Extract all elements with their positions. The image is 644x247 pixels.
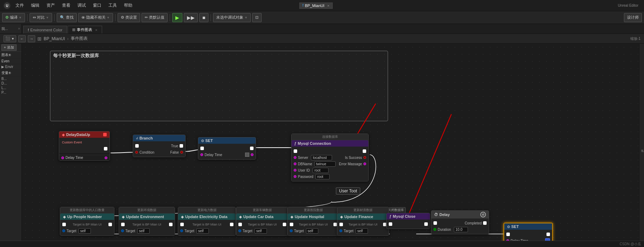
nav-forward-arrow[interactable]: → [28,35,35,42]
mysql-password-pin[interactable] [294,175,296,178]
bp-tab[interactable]: f BP_MianUI × [299,2,333,9]
find-button[interactable]: 🔍 查找 [57,13,77,22]
node-update-car[interactable]: 更新车辆数据 ◆ Update Car Data Target is BP Mi… [236,207,289,236]
node-up-people[interactable]: 更新数据库中的人口数量 ◆ Up People Number Target is… [60,207,114,236]
set2-exec-in[interactable] [506,233,510,236]
compile-button[interactable]: ⚙ 编译 ▼ [2,13,25,22]
update-fin-target-input[interactable] [356,228,368,234]
mysql-server-input[interactable] [311,155,332,160]
update-fin-exec-in[interactable] [339,223,343,226]
node-update-finance[interactable]: 更新材质数据 ◆ Update Finance Target is BP Mia… [337,207,389,236]
design-editor-button[interactable]: 设计师 [624,13,642,22]
branch-condition-pin[interactable] [135,151,138,154]
stop-button[interactable]: ■ [199,13,208,22]
mysql-exec-in-pin[interactable] [294,149,297,153]
update-hosp-exec-in[interactable] [290,223,293,226]
tab-eventgraph-close[interactable]: × [95,28,97,32]
delay-exec-in[interactable] [433,221,437,225]
menu-asset[interactable]: 资产 [45,2,56,9]
class-defaults-button[interactable]: ✏ 类默认值 [142,13,168,22]
my-blueprint-close[interactable]: × [18,27,20,31]
update-car-target-input[interactable] [255,228,267,234]
menu-help[interactable]: 帮助 [123,2,134,9]
mysql-dbname-input[interactable] [314,161,336,167]
delay-time-out-pin[interactable] [105,156,107,159]
mysql-password-input[interactable] [315,174,330,179]
menu-file[interactable]: 文件 [14,2,25,9]
set-delay-in-pin[interactable] [200,153,203,156]
delay-completed-pin[interactable] [483,221,487,225]
node-delay-data-up[interactable]: ◆ DelayDataUp Custom Event Delay Time [59,131,110,161]
mysql-close-exec-in[interactable] [389,222,392,226]
node-update-hospital[interactable]: 更新医院数据 ◆ Update Hospital Target is BP Mi… [287,207,339,236]
hide-unrelated-button[interactable]: 👁 隐藏不相关 ▼ [78,13,113,22]
tab-event-graph[interactable]: ⊞ 事件图表 × [68,26,102,33]
update-car-exec-in[interactable] [238,223,242,226]
class-settings-button[interactable]: ⚙ 类设置 [118,13,140,22]
blueprint-canvas[interactable]: 每十秒更新一次数据库 关闭数据库 [22,44,639,247]
menu-edit[interactable]: 编辑 [30,2,41,9]
update-elec-exec-out[interactable] [230,223,233,226]
mysql-userid-input[interactable] [313,168,329,173]
up-people-target-input[interactable] [79,228,91,234]
branch-exec-in-pin[interactable] [135,144,139,148]
add-button[interactable]: + 添加 [1,44,17,51]
debug-extra-button[interactable]: ⊡ [252,13,262,22]
menu-debug[interactable]: 调试 [76,2,87,9]
diff-button[interactable]: ⇔ 对比 ▼ [30,13,52,22]
mysql-error-pin[interactable] [363,162,366,165]
update-fin-target-pin[interactable] [339,229,342,232]
update-car-exec-out[interactable] [283,223,286,226]
node-mysql-close[interactable]: ƒ Mysql Close [386,213,430,229]
node-mysql-connection[interactable]: 连接数据库 ƒ Mysql Connection Server Is Succe… [291,134,369,181]
delay-duration-pin[interactable] [433,228,436,231]
node-update-env[interactable]: 更新环境数据 ◆ Update Environment Target is BP… [119,207,175,236]
debug-object-button[interactable]: 未选中调试对象 ▼ [213,13,251,22]
node-branch[interactable]: ⑁ Branch True Condition False [133,135,186,157]
mysql-success-pin[interactable] [363,156,366,159]
up-people-target-pin[interactable] [62,229,65,232]
menu-tools[interactable]: 工具 [107,2,118,9]
mysql-server-pin[interactable] [294,156,296,159]
mysql-exec-out-pin[interactable] [363,149,366,153]
update-hosp-target-pin[interactable] [290,229,293,232]
update-elec-exec-in[interactable] [180,223,184,226]
update-env-exec-out[interactable] [169,223,173,226]
nav-back-arrow[interactable]: ← [18,35,26,42]
update-car-target-pin[interactable] [238,229,241,232]
up-people-exec-in[interactable] [62,223,66,226]
mysql-close-exec-out[interactable] [424,222,428,226]
mysql-dbname-pin[interactable] [294,162,296,165]
play-button[interactable]: ▶ [172,13,182,22]
comment-update-db[interactable]: 每十秒更新一次数据库 [50,51,388,121]
update-hosp-exec-out[interactable] [333,223,337,226]
set-exec-out-pin[interactable] [250,147,254,150]
set-exec-in-pin[interactable] [200,147,204,150]
update-elec-target-pin[interactable] [180,229,183,232]
update-env-exec-in[interactable] [121,223,125,226]
update-hosp-target-input[interactable] [306,228,318,234]
delay-time-pin[interactable] [61,156,64,159]
branch-false-pin[interactable] [180,151,183,154]
breadcrumb-root[interactable]: BP_MianUI [44,36,65,41]
branch-true-pin[interactable] [180,144,183,148]
tab-environment-color[interactable]: f Environment Color [23,26,67,33]
exec-out-pin[interactable] [104,147,107,150]
set-delay-out-pin[interactable] [251,153,254,156]
delay-duration-input[interactable] [454,227,468,232]
update-elec-target-input[interactable] [196,228,209,234]
menu-window[interactable]: 窗口 [92,2,103,9]
mysql-userid-pin[interactable] [294,169,296,172]
nav-back-button[interactable]: ⬛ ▼ [4,35,16,42]
up-people-exec-out[interactable] [108,223,112,226]
update-env-target-input[interactable] [137,228,150,234]
node-delay[interactable]: ⏱ Delay ⏱ Completed Duration [431,210,489,234]
node-set-top[interactable]: ⊙ SET Delay Time [198,137,256,160]
node-update-electricity[interactable]: 更新电力数据 ◆ Update Electricity Data Target … [178,207,236,236]
update-env-target-pin[interactable] [121,229,124,232]
set2-exec-out[interactable] [546,233,550,236]
menu-view[interactable]: 查看 [61,2,72,9]
set-value-box[interactable] [245,153,249,157]
bp-tab-close[interactable]: × [327,4,329,8]
simulate-button[interactable]: ▶▶ [184,13,198,22]
